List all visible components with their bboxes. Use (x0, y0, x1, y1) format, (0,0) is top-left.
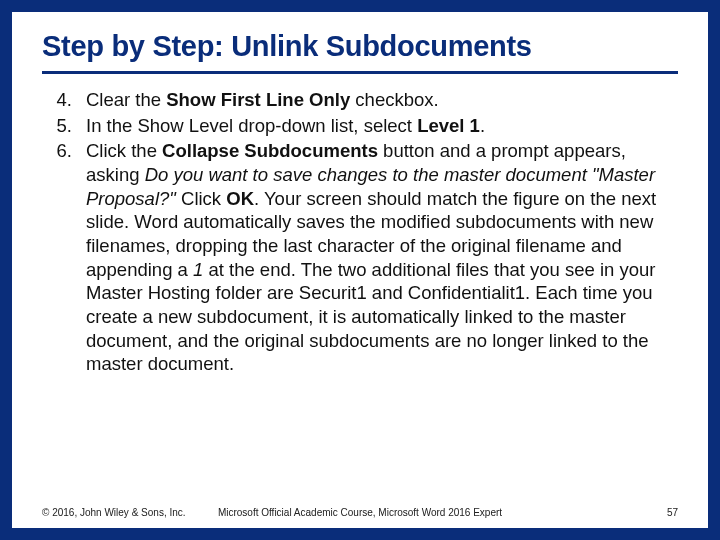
list-item: 6.Click the Collapse Subdocuments button… (42, 139, 678, 376)
list-item: 4.Clear the Show First Line Only checkbo… (42, 88, 678, 112)
slide-title: Step by Step: Unlink Subdocuments (42, 30, 678, 74)
footer-right: 57 (667, 507, 678, 518)
slide-body: 4.Clear the Show First Line Only checkbo… (42, 88, 678, 501)
item-text: In the Show Level drop-down list, select… (86, 114, 678, 138)
item-number: 6. (42, 139, 86, 376)
item-text: Clear the Show First Line Only checkbox. (86, 88, 678, 112)
slide: Step by Step: Unlink Subdocuments 4.Clea… (12, 12, 708, 528)
item-number: 4. (42, 88, 86, 112)
list-item: 5.In the Show Level drop-down list, sele… (42, 114, 678, 138)
item-text: Click the Collapse Subdocuments button a… (86, 139, 678, 376)
footer-left: © 2016, John Wiley & Sons, Inc. (42, 507, 186, 518)
slide-footer: © 2016, John Wiley & Sons, Inc. Microsof… (42, 501, 678, 518)
item-number: 5. (42, 114, 86, 138)
step-list: 4.Clear the Show First Line Only checkbo… (42, 88, 678, 376)
